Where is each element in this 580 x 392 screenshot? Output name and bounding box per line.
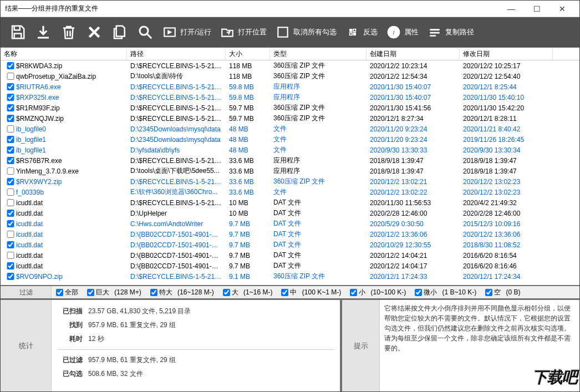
titlebar: 结果——分组并排序的重复文件 — ☐ ✕ [1, 1, 579, 17]
col-name[interactable]: 名称 [1, 48, 127, 60]
grid-body[interactable]: $R8KWDA3.zipD:\$RECYCLE.BIN\S-1-5-21-21.… [1, 60, 579, 285]
table-row[interactable]: $RXP325I.exeD:\$RECYCLE.BIN\S-1-5-21-21.… [1, 92, 579, 103]
row-checkbox[interactable] [6, 262, 15, 269]
table-row[interactable]: $R8KWDA3.zipD:\$RECYCLE.BIN\S-1-5-21-21.… [1, 60, 579, 71]
filter-all[interactable]: 全部 [56, 288, 78, 297]
row-checkbox[interactable] [6, 273, 15, 280]
results-grid: 名称 路径 大小 类型 创建日期 修改日期 $R8KWDA3.zipD:\$RE… [1, 47, 579, 285]
table-row[interactable]: YinMeng_3.7.0.9.exeD:\tools\桌面\下载吧\5dee5… [1, 166, 579, 176]
svg-rect-2 [278, 27, 287, 37]
row-checkbox[interactable] [6, 199, 15, 206]
row-checkbox[interactable] [6, 146, 15, 154]
table-row[interactable]: f_00339bE:\软件\360浏览器\360Chro...33.6 MB文件… [1, 187, 579, 197]
filter-large[interactable]: 大 (1~16 M-) [223, 288, 273, 297]
table-row[interactable]: $RVX9WY2.zipD:\$RECYCLE.BIN\S-1-5-21-21.… [1, 176, 579, 187]
row-checkbox[interactable] [6, 178, 15, 185]
window-title: 结果——分组并排序的重复文件 [5, 4, 498, 13]
table-row[interactable]: $RVO9NPO.zipD:\$RECYCLE.BIN\S-1-5-21-21.… [1, 271, 579, 282]
open-run-button[interactable]: 打开/运行 [159, 21, 215, 43]
open-location-button[interactable]: 打开位置 [217, 21, 270, 43]
table-row[interactable]: ib_logfile0D:\2345Downloads\mysql\data48… [1, 124, 579, 134]
save-button[interactable] [6, 21, 29, 43]
copy-path-button[interactable]: 复制路径 [424, 21, 477, 43]
table-row[interactable]: $RMZNQJW.zipD:\$RECYCLE.BIN\S-1-5-21-21.… [1, 113, 579, 124]
row-checkbox[interactable] [6, 115, 15, 122]
col-size[interactable]: 大小 [226, 48, 270, 60]
table-row[interactable]: $R1RM93F.zipD:\$RECYCLE.BIN\S-1-5-21-21.… [1, 103, 579, 113]
col-type[interactable]: 类型 [270, 48, 367, 60]
col-created[interactable]: 创建日期 [367, 48, 460, 60]
row-checkbox[interactable] [6, 231, 15, 238]
row-checkbox[interactable] [6, 252, 15, 259]
table-row[interactable]: $RS76B7R.exeD:\$RECYCLE.BIN\S-1-5-21-21.… [1, 155, 579, 166]
bottom-panel: 统计 已扫描23.57 GB, 41,830 文件, 5,219 目录 找到95… [1, 299, 579, 391]
table-row[interactable]: icudtl.datD:\{BB02CCD7-1501-4901-B5E...9… [1, 250, 579, 261]
maximize-button[interactable]: ☐ [524, 1, 550, 17]
row-checkbox[interactable] [6, 220, 15, 227]
stats-label: 统计 [1, 300, 52, 391]
row-checkbox[interactable] [6, 136, 15, 143]
filter-huge[interactable]: 巨大 (128 M+) [87, 288, 141, 297]
row-checkbox[interactable] [6, 83, 15, 90]
row-checkbox[interactable] [6, 167, 15, 175]
table-row[interactable]: icudtl.datD:\{BB02CCD7-1501-4901-B5E...9… [1, 261, 579, 271]
table-row[interactable]: icudtl.datD:\{BB02CCD7-1501-4901-B5E...9… [1, 240, 579, 250]
toolbar: 打开/运行 打开位置 取消所有勾选 反选 i属性 复制路径 [1, 17, 579, 47]
search-button[interactable] [134, 21, 157, 43]
stats-body: 已扫描23.57 GB, 41,830 文件, 5,219 目录 找到957.9… [52, 300, 340, 391]
table-row[interactable]: icudtl.datD:\UpHelper10 MBDAT 文件2020/2/2… [1, 208, 579, 218]
uncheck-all-button[interactable]: 取消所有勾选 [272, 21, 340, 43]
row-checkbox[interactable] [6, 73, 15, 80]
filter-medium[interactable]: 中 (100 K~1 M-) [281, 288, 341, 297]
filter-empty[interactable]: 空 (0 B) [485, 288, 520, 297]
row-checkbox[interactable] [6, 210, 15, 217]
minimize-button[interactable]: — [498, 1, 524, 17]
row-checkbox[interactable] [6, 62, 15, 69]
close-button[interactable]: ✕ [550, 1, 575, 17]
filter-tiny[interactable]: 微小 (1 B~10 K-) [415, 288, 476, 297]
row-checkbox[interactable] [6, 125, 15, 133]
row-checkbox[interactable] [6, 157, 15, 164]
row-checkbox[interactable] [6, 189, 15, 196]
copy-button[interactable] [108, 21, 131, 43]
col-modified[interactable]: 修改日期 [460, 48, 553, 60]
invert-button[interactable]: 反选 [342, 21, 381, 43]
delete-button[interactable] [57, 21, 80, 43]
table-row[interactable]: qwbProsetup_XiaZaiBa.zipD:\tools\桌面\待传11… [1, 71, 579, 82]
table-row[interactable]: ib_logfile1D:\2345Downloads\mysql\data48… [1, 134, 579, 145]
table-row[interactable]: ib_logfile1D:\yfsdata\db\yfs48 MB文件2020/… [1, 145, 579, 155]
filter-small[interactable]: 小 (10~100 K-) [350, 288, 406, 297]
tips-label: 提示 [342, 300, 380, 391]
download-button[interactable] [32, 21, 55, 43]
table-row[interactable]: $RIUTRA6.exeD:\$RECYCLE.BIN\S-1-5-21-21.… [1, 82, 579, 92]
row-checkbox[interactable] [6, 241, 15, 248]
filter-xl[interactable]: 特大 (16~128 M-) [150, 288, 214, 297]
watermark: 下载吧 [532, 366, 577, 389]
cancel-button[interactable] [83, 21, 106, 43]
row-checkbox[interactable] [6, 104, 15, 111]
col-path[interactable]: 路径 [127, 48, 226, 60]
filter-label: 过滤 [1, 286, 52, 298]
svg-point-0 [140, 27, 148, 35]
filter-bar: 过滤 全部 巨大 (128 M+) 特大 (16~128 M-) 大 (1~16… [1, 285, 579, 299]
grid-header: 名称 路径 大小 类型 创建日期 修改日期 [1, 48, 579, 60]
table-row[interactable]: icudtl.datD:\$RECYCLE.BIN\S-1-5-21-21...… [1, 197, 579, 208]
table-row[interactable]: icudtl.datD:\{BB02CCD7-1501-4901-B5E...9… [1, 229, 579, 240]
table-row[interactable]: icudtl.datC:\Hws.com\AndtoWriter9.7 MBDA… [1, 218, 579, 229]
properties-button[interactable]: i属性 [383, 21, 422, 43]
tips-body: 它将结果按文件大小倒序排列并用不同颜色显示相邻分组，以便帮助您定位较大的不需要的… [380, 300, 579, 391]
row-checkbox[interactable] [6, 94, 15, 101]
